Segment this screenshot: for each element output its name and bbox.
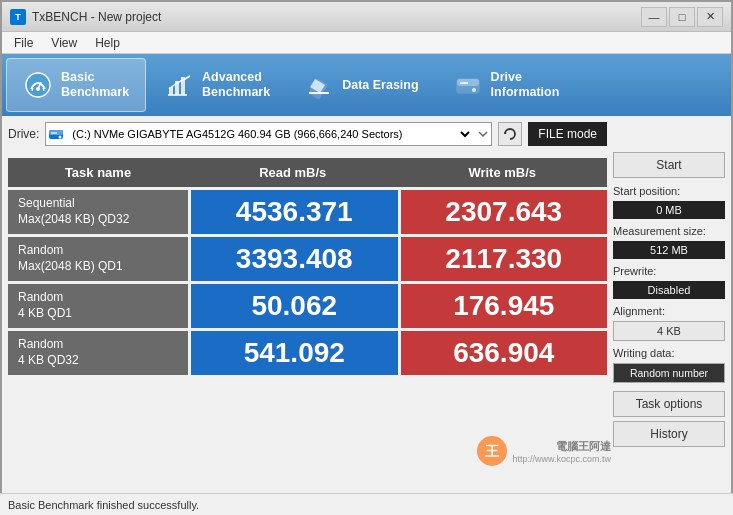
data-erasing-label: Data Erasing	[342, 78, 418, 93]
measurement-size-label: Measurement size:	[613, 225, 725, 237]
measurement-size-value: 512 MB	[613, 241, 725, 259]
start-position-value: 0 MB	[613, 201, 725, 219]
table-row: Random4 KB QD32 541.092 636.904	[8, 331, 607, 375]
col-taskname: Task name	[8, 162, 188, 183]
row4-read: 541.092	[191, 331, 398, 375]
drive-label: Drive:	[8, 127, 39, 141]
writing-data-label: Writing data:	[613, 347, 725, 359]
eraser-icon	[304, 70, 334, 100]
file-mode-button[interactable]: FILE mode	[528, 122, 607, 146]
table-row: SequentialMax(2048 KB) QD32 4536.371 230…	[8, 190, 607, 234]
table-row: Random4 KB QD1 50.062 176.945	[8, 284, 607, 328]
menu-view[interactable]: View	[43, 34, 85, 52]
alignment-value: 4 KB	[613, 321, 725, 341]
drive-small-icon	[48, 126, 64, 142]
col-read: Read mB/s	[188, 162, 398, 183]
maximize-button[interactable]: □	[669, 7, 695, 27]
main-content: Drive: (C:) NVMe GIGABYTE AG4512G 460.94…	[2, 116, 731, 495]
app-icon: T	[10, 9, 26, 25]
drive-refresh-button[interactable]	[498, 122, 522, 146]
svg-point-14	[472, 88, 476, 92]
row3-name: Random4 KB QD1	[8, 284, 188, 328]
prewrite-label: Prewrite:	[613, 265, 725, 277]
watermark-line1: 電腦王阿達	[512, 439, 611, 454]
toolbar: BasicBenchmark AdvancedBenchmark Data Er…	[2, 54, 731, 116]
watermark-line2: http://www.kocpc.com.tw	[512, 454, 611, 464]
history-button[interactable]: History	[613, 421, 725, 447]
start-position-label: Start position:	[613, 185, 725, 197]
toolbar-basic-benchmark[interactable]: BasicBenchmark	[6, 58, 146, 112]
col-write: Write mB/s	[398, 162, 608, 183]
row1-write: 2307.643	[401, 190, 608, 234]
status-text: Basic Benchmark finished successfully.	[8, 499, 199, 511]
chevron-down-icon	[477, 128, 489, 140]
advanced-benchmark-label: AdvancedBenchmark	[202, 70, 270, 100]
svg-point-18	[59, 136, 62, 139]
row3-write: 176.945	[401, 284, 608, 328]
close-button[interactable]: ✕	[697, 7, 723, 27]
svg-point-0	[26, 73, 50, 97]
alignment-label: Alignment:	[613, 305, 725, 317]
writing-data-button[interactable]: Random number	[613, 363, 725, 383]
minimize-button[interactable]: —	[641, 7, 667, 27]
chart-icon	[164, 70, 194, 100]
toolbar-data-erasing[interactable]: Data Erasing	[288, 58, 434, 112]
refresh-icon	[503, 127, 517, 141]
status-bar: Basic Benchmark finished successfully.	[0, 493, 733, 515]
row4-name: Random4 KB QD32	[8, 331, 188, 375]
row1-name: SequentialMax(2048 KB) QD32	[8, 190, 188, 234]
row1-read: 4536.371	[191, 190, 398, 234]
drive-information-label: DriveInformation	[491, 70, 560, 100]
basic-benchmark-label: BasicBenchmark	[61, 70, 129, 100]
watermark: 王 電腦王阿達 http://www.kocpc.com.tw	[476, 435, 611, 467]
window-title: TxBENCH - New project	[32, 10, 161, 24]
toolbar-drive-information[interactable]: DriveInformation	[437, 58, 576, 112]
drive-icon	[453, 70, 483, 100]
toolbar-advanced-benchmark[interactable]: AdvancedBenchmark	[148, 58, 286, 112]
row2-read: 3393.408	[191, 237, 398, 281]
row2-name: RandomMax(2048 KB) QD1	[8, 237, 188, 281]
drive-bar: Drive: (C:) NVMe GIGABYTE AG4512G 460.94…	[8, 122, 607, 152]
title-bar: T TxBENCH - New project — □ ✕	[2, 2, 731, 32]
left-panel: Drive: (C:) NVMe GIGABYTE AG4512G 460.94…	[8, 122, 607, 489]
title-controls: — □ ✕	[641, 7, 723, 27]
table-row: RandomMax(2048 KB) QD1 3393.408 2117.330	[8, 237, 607, 281]
svg-text:王: 王	[485, 443, 500, 459]
menu-file[interactable]: File	[6, 34, 41, 52]
menu-bar: File View Help	[2, 32, 731, 54]
svg-point-2	[36, 87, 40, 91]
row3-read: 50.062	[191, 284, 398, 328]
watermark-logo: 王	[476, 435, 508, 467]
prewrite-value: Disabled	[613, 281, 725, 299]
task-options-button[interactable]: Task options	[613, 391, 725, 417]
start-button[interactable]: Start	[613, 152, 725, 178]
right-panel: Start Start position: 0 MB Measurement s…	[613, 122, 725, 489]
drive-select[interactable]: (C:) NVMe GIGABYTE AG4512G 460.94 GB (96…	[68, 127, 473, 141]
title-bar-left: T TxBENCH - New project	[10, 9, 161, 25]
row2-write: 2117.330	[401, 237, 608, 281]
gauge-icon	[23, 70, 53, 100]
row4-write: 636.904	[401, 331, 608, 375]
table-header: Task name Read mB/s Write mB/s	[8, 158, 607, 187]
menu-help[interactable]: Help	[87, 34, 128, 52]
